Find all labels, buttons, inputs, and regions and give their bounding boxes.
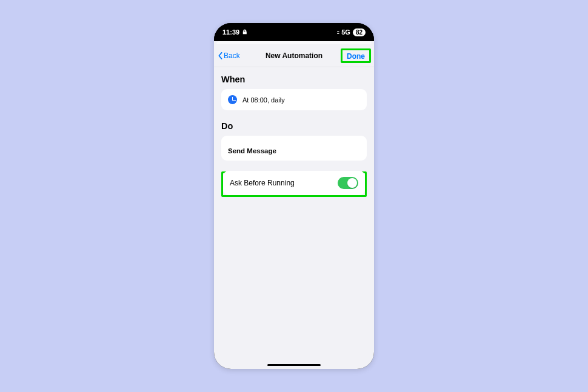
back-button[interactable]: Back: [218, 51, 240, 60]
highlight-box-ask: Ask Before Running: [221, 171, 367, 197]
action-label: Send Message: [228, 147, 360, 154]
done-button[interactable]: Done: [342, 50, 369, 63]
back-label: Back: [224, 51, 240, 60]
chevron-left-icon: [218, 52, 222, 59]
phone-frame: 11:39 🔒︎ :: 5G 82 Back New Automation Do…: [214, 23, 374, 369]
ask-toggle[interactable]: [338, 177, 358, 189]
navigation-bar: Back New Automation Done: [214, 44, 374, 67]
trigger-text: At 08:00, daily: [242, 96, 285, 104]
content-area: When At 08:00, daily Do Send Message Ask…: [214, 67, 374, 369]
do-action-card[interactable]: Send Message: [221, 136, 367, 161]
ask-before-running-row: Ask Before Running: [223, 171, 365, 195]
when-trigger-card[interactable]: At 08:00, daily: [221, 89, 367, 110]
clock-icon: [228, 95, 237, 104]
lock-icon: 🔒︎: [242, 29, 247, 35]
home-indicator[interactable]: [267, 364, 321, 367]
battery-indicator: 82: [353, 28, 366, 36]
network-label: 5G: [341, 28, 350, 36]
status-bar: 11:39 🔒︎ :: 5G 82: [214, 23, 374, 41]
do-header: Do: [221, 121, 367, 131]
screen: Back New Automation Done When At 08:00, …: [214, 41, 374, 369]
highlight-box-done: Done: [341, 48, 371, 63]
ask-label: Ask Before Running: [230, 179, 295, 187]
signal-icon: ::: [336, 29, 339, 35]
when-header: When: [221, 75, 367, 84]
status-time: 11:39: [222, 28, 239, 36]
page-title: New Automation: [266, 51, 322, 60]
